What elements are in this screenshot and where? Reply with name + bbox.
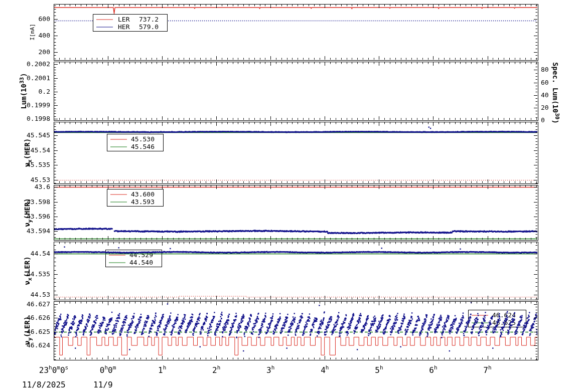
x-axis-date-start: 11/8/2025 (22, 380, 66, 389)
strip-chart-canvas (0, 0, 579, 392)
beam-monitor-page: 11/8/2025 11/9 (0, 0, 579, 392)
x-axis-date-end: 11/9 (93, 380, 113, 389)
